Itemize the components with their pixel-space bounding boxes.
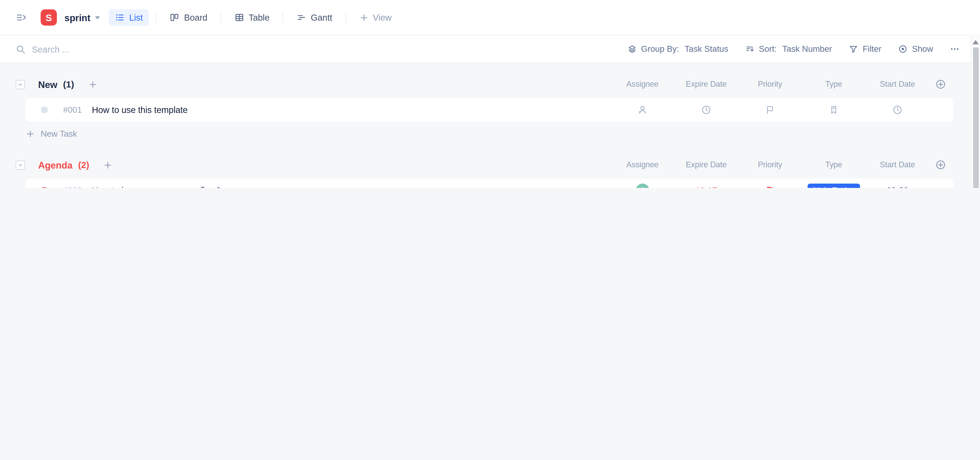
column-header-priority: Priority bbox=[758, 160, 782, 169]
tab-label: Gantt bbox=[311, 13, 332, 22]
add-task-icon[interactable] bbox=[103, 160, 112, 170]
section-count: (1) bbox=[63, 79, 74, 89]
new-task-button[interactable]: New Task bbox=[25, 127, 107, 140]
tab-divider bbox=[156, 13, 156, 22]
scrollbar-thumb[interactable] bbox=[973, 48, 979, 188]
group-by-button[interactable]: Group By:Task Status bbox=[627, 44, 729, 54]
sort-button[interactable]: Sort:Task Number bbox=[745, 44, 832, 54]
board-icon bbox=[170, 13, 180, 22]
add-column-icon[interactable] bbox=[935, 160, 946, 170]
column-header-type: Type bbox=[825, 160, 842, 169]
show-button[interactable]: Show bbox=[898, 44, 933, 54]
column-header-start-date: Start Date bbox=[880, 80, 915, 89]
filter-label: Filter bbox=[862, 44, 881, 54]
add-column-icon[interactable] bbox=[935, 79, 946, 90]
list-toolbar: Group By:Task StatusSort:Task NumberFilt… bbox=[0, 36, 980, 63]
search-icon bbox=[16, 44, 25, 54]
tab-table[interactable]: Table bbox=[228, 10, 275, 26]
avatar: 1 bbox=[636, 184, 649, 188]
workspace-logo[interactable]: S bbox=[41, 10, 57, 26]
list-icon bbox=[115, 13, 125, 22]
tab-label: List bbox=[129, 13, 143, 22]
tab-label: Board bbox=[184, 13, 207, 22]
add-task-icon[interactable] bbox=[88, 79, 97, 89]
expire-date: 10-17 bbox=[695, 186, 717, 188]
task-row-002[interactable]: #002How to increase passenger flow?110-1… bbox=[25, 179, 953, 188]
more-button[interactable] bbox=[950, 44, 959, 54]
tab-board[interactable]: Board bbox=[163, 10, 213, 26]
type-badge: Main Topics bbox=[808, 184, 860, 188]
tab-list[interactable]: List bbox=[108, 10, 149, 26]
type-cell[interactable] bbox=[829, 105, 838, 115]
start-date: 09-30 bbox=[886, 186, 908, 188]
section-title: New bbox=[38, 79, 57, 90]
column-header-priority: Priority bbox=[758, 80, 782, 89]
tab-divider bbox=[221, 13, 221, 22]
app-window: S sprint ListBoardTableGanttView Group B… bbox=[0, 0, 980, 188]
chevron-down-icon bbox=[95, 16, 100, 19]
task-list: New(1)AssigneeExpire DatePriorityTypeSta… bbox=[0, 63, 980, 188]
task-id: #001 bbox=[63, 105, 82, 115]
add-view-button[interactable]: View bbox=[353, 10, 398, 26]
status-square[interactable] bbox=[41, 187, 48, 188]
table-icon bbox=[234, 13, 244, 22]
priority-cell[interactable] bbox=[765, 105, 775, 115]
type-cell[interactable]: Main Topics bbox=[808, 184, 860, 188]
show-label: Show bbox=[912, 44, 933, 54]
filter-icon bbox=[849, 44, 858, 54]
workspace-name: sprint bbox=[64, 12, 90, 23]
type-placeholder-icon bbox=[829, 105, 838, 115]
search-input[interactable] bbox=[30, 43, 218, 55]
start-date-cell[interactable] bbox=[892, 105, 903, 115]
chevron-down-icon bbox=[17, 81, 24, 88]
status-square[interactable] bbox=[41, 107, 48, 113]
assignee-placeholder-icon bbox=[637, 105, 648, 115]
assignee-cell[interactable] bbox=[637, 105, 648, 115]
column-header-expire-date: Expire Date bbox=[686, 160, 727, 169]
filter-button[interactable]: Filter bbox=[849, 44, 881, 54]
column-header-type: Type bbox=[825, 80, 842, 89]
page-scrollbar[interactable] bbox=[970, 36, 980, 188]
column-header-start-date: Start Date bbox=[880, 160, 915, 169]
add-view-label: View bbox=[373, 13, 392, 22]
workspace-logo-letter: S bbox=[46, 12, 52, 23]
expire-date-cell[interactable] bbox=[701, 105, 712, 115]
task-title[interactable]: How to increase passenger flow? bbox=[92, 186, 221, 188]
workspace-switcher[interactable]: sprint bbox=[64, 12, 100, 23]
scroll-up-icon[interactable] bbox=[973, 40, 979, 44]
section-title: Agenda bbox=[38, 160, 73, 170]
plus-icon bbox=[359, 13, 369, 22]
section-header: New(1)AssigneeExpire DatePriorityTypeSta… bbox=[16, 76, 980, 93]
group-by-icon bbox=[627, 44, 637, 54]
column-header-assignee: Assignee bbox=[627, 80, 659, 89]
task-rows: #001How to use this template bbox=[16, 98, 980, 122]
task-title[interactable]: How to use this template bbox=[92, 105, 188, 115]
column-header-assignee: Assignee bbox=[627, 160, 659, 169]
task-id: #002 bbox=[63, 186, 82, 188]
sort-value: Task Number bbox=[782, 44, 832, 54]
sort-label: Sort: bbox=[759, 44, 776, 54]
column-header-expire-date: Expire Date bbox=[686, 80, 727, 89]
more-icon bbox=[950, 44, 959, 54]
sort-icon bbox=[745, 44, 755, 54]
tab-gantt[interactable]: Gantt bbox=[290, 10, 339, 26]
task-row-001[interactable]: #001How to use this template bbox=[25, 98, 953, 122]
gantt-icon bbox=[297, 13, 307, 22]
group-by-value: Task Status bbox=[685, 44, 729, 54]
sidebar-toggle-icon[interactable] bbox=[16, 12, 27, 23]
assignee-cell[interactable]: 1 bbox=[636, 184, 649, 188]
tab-label: Table bbox=[248, 13, 269, 22]
expire-date-cell[interactable]: 10-17 bbox=[695, 186, 717, 188]
section-header: Agenda(2)AssigneeExpire DatePriorityType… bbox=[16, 156, 980, 174]
collapse-toggle[interactable] bbox=[16, 160, 25, 170]
section-new: New(1)AssigneeExpire DatePriorityTypeSta… bbox=[16, 76, 980, 140]
priority-placeholder-icon bbox=[765, 105, 775, 115]
collapse-toggle[interactable] bbox=[16, 79, 25, 89]
task-rows: #002How to increase passenger flow?110-1… bbox=[16, 179, 980, 188]
section-agenda: Agenda(2)AssigneeExpire DatePriorityType… bbox=[16, 156, 980, 188]
start-date-cell[interactable]: 09-30 bbox=[886, 186, 908, 188]
priority-cell[interactable] bbox=[765, 186, 775, 188]
show-icon bbox=[898, 44, 908, 54]
start-date-placeholder-icon bbox=[892, 105, 903, 115]
plus-icon bbox=[25, 129, 35, 138]
